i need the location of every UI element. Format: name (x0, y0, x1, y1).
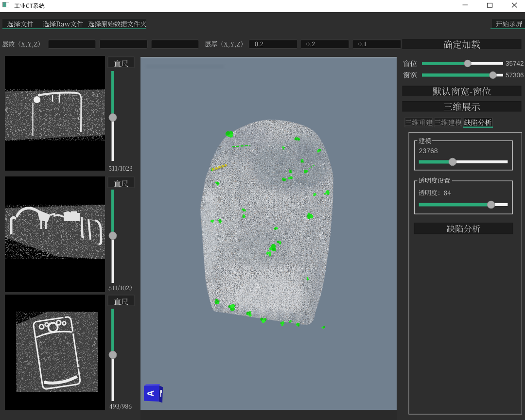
svg-text:A: A (146, 390, 156, 397)
